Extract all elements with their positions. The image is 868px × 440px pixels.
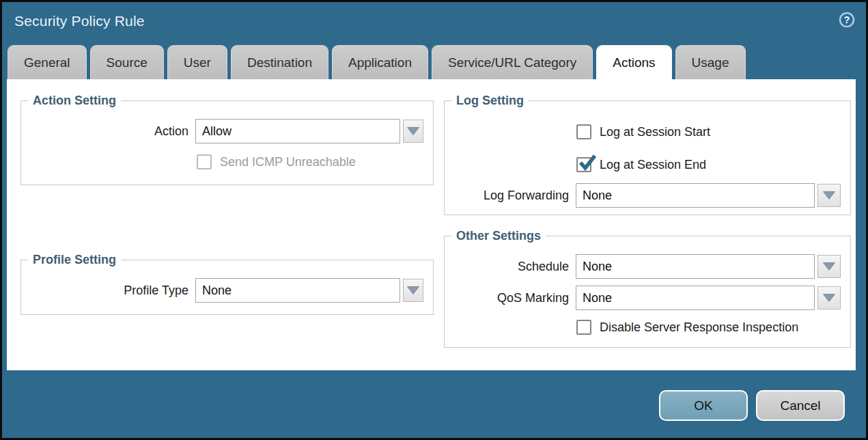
tab-source[interactable]: Source: [90, 45, 164, 79]
schedule-dropdown-button[interactable]: [817, 255, 841, 278]
log-at-session-end-checkbox[interactable]: [576, 157, 591, 172]
other-settings-group: Other Settings Schedule None QoS Marking…: [444, 236, 851, 348]
log-at-session-start-checkbox[interactable]: [576, 124, 591, 139]
chevron-down-icon: [822, 191, 836, 200]
dialog-title: Security Policy Rule: [14, 13, 145, 29]
profile-setting-group: Profile Setting Profile Type None: [20, 260, 434, 315]
tab-usage[interactable]: Usage: [675, 45, 746, 79]
schedule-value[interactable]: None: [576, 254, 815, 279]
tab-destination[interactable]: Destination: [231, 45, 328, 79]
checkmark-icon: [577, 153, 598, 174]
svg-text:?: ?: [844, 14, 850, 25]
chevron-down-icon: [406, 126, 420, 136]
log-setting-group: Log Setting Log at Session Start Log at …: [444, 100, 851, 215]
log-forwarding-label: Log Forwarding: [445, 183, 576, 208]
log-forwarding-value[interactable]: None: [576, 183, 815, 208]
chevron-down-icon: [822, 262, 836, 271]
action-label: Action: [21, 119, 195, 143]
security-policy-rule-dialog: Security Policy Rule ? General Source Us…: [0, 0, 868, 440]
profile-setting-legend: Profile Setting: [28, 253, 121, 267]
log-at-session-start-label: Log at Session Start: [600, 125, 710, 139]
qos-marking-value[interactable]: None: [576, 286, 815, 310]
profile-type-label: Profile Type: [21, 278, 195, 303]
profile-type-combo: None: [195, 278, 423, 303]
help-icon[interactable]: ?: [838, 11, 856, 29]
log-forwarding-combo: None: [576, 183, 841, 208]
log-forwarding-dropdown-button[interactable]: [817, 184, 841, 207]
log-at-session-end-label: Log at Session End: [600, 158, 706, 172]
qos-marking-label: QoS Marking: [445, 286, 576, 310]
send-icmp-unreachable-label: Send ICMP Unreachable: [220, 155, 356, 169]
chevron-down-icon: [822, 293, 836, 303]
schedule-label: Schedule: [445, 254, 576, 279]
tab-actions[interactable]: Actions: [596, 45, 671, 79]
tab-application[interactable]: Application: [332, 45, 428, 79]
schedule-combo: None: [576, 254, 841, 279]
ok-button[interactable]: OK: [659, 390, 748, 421]
action-setting-group: Action Setting Action Allow Send ICMP Un…: [20, 100, 434, 185]
log-setting-legend: Log Setting: [451, 94, 529, 108]
cancel-button[interactable]: Cancel: [756, 390, 845, 421]
chevron-down-icon: [406, 286, 420, 295]
disable-server-response-inspection-label: Disable Server Response Inspection: [600, 320, 798, 335]
action-setting-legend: Action Setting: [28, 94, 121, 108]
action-dropdown-button[interactable]: [403, 120, 423, 143]
send-icmp-unreachable-checkbox: [197, 154, 212, 169]
tab-service-url-category[interactable]: Service/URL Category: [432, 45, 593, 79]
qos-marking-dropdown-button[interactable]: [817, 286, 841, 310]
disable-server-response-inspection-checkbox[interactable]: [576, 320, 591, 335]
profile-type-dropdown-button[interactable]: [403, 279, 423, 302]
action-value[interactable]: Allow: [195, 119, 400, 143]
tab-general[interactable]: General: [8, 45, 87, 79]
tab-bar: General Source User Destination Applicat…: [8, 45, 746, 79]
actions-tab-panel: Action Setting Action Allow Send ICMP Un…: [7, 79, 856, 370]
other-settings-legend: Other Settings: [451, 229, 546, 243]
qos-marking-combo: None: [576, 286, 841, 310]
profile-type-value[interactable]: None: [195, 278, 400, 303]
tab-user[interactable]: User: [167, 45, 227, 79]
action-combo: Allow: [195, 119, 423, 143]
